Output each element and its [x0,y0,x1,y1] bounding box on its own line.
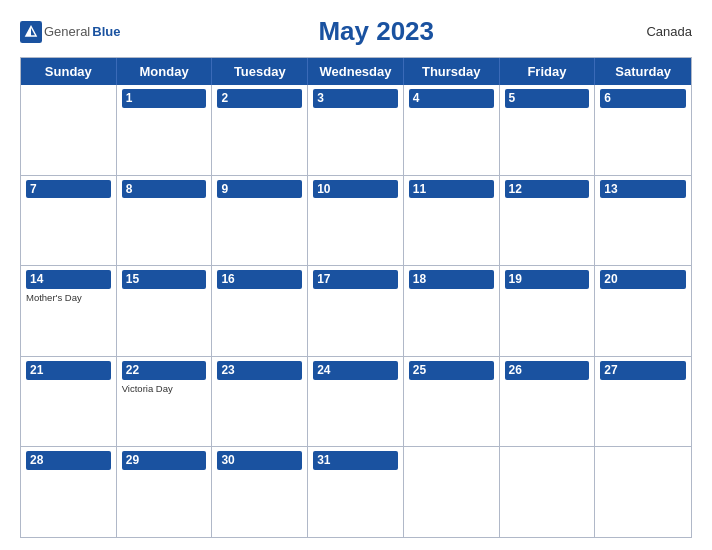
day-empty-0 [21,85,117,175]
day-31: 31 [308,447,404,537]
day-18: 18 [404,266,500,356]
day-empty-3 [595,447,691,537]
header-sunday: Sunday [21,58,117,85]
day-21: 21 [21,357,117,447]
day-10: 10 [308,176,404,266]
day-20: 20 [595,266,691,356]
day-15: 15 [117,266,213,356]
day-24: 24 [308,357,404,447]
day-16: 16 [212,266,308,356]
day-25: 25 [404,357,500,447]
header-saturday: Saturday [595,58,691,85]
calendar-body: 1 2 3 4 5 6 [21,85,691,537]
week-5: 28 29 30 31 [21,447,691,537]
logo-blue-text: Blue [92,24,120,39]
country-label: Canada [632,24,692,39]
logo-general-text: General [44,24,90,39]
day-27: 27 [595,357,691,447]
header-monday: Monday [117,58,213,85]
days-of-week-row: Sunday Monday Tuesday Wednesday Thursday… [21,58,691,85]
day-5: 5 [500,85,596,175]
day-13: 13 [595,176,691,266]
day-11: 11 [404,176,500,266]
day-23: 23 [212,357,308,447]
calendar-page: General Blue May 2023 Canada Sunday Mond… [0,0,712,550]
day-14: 14 Mother's Day [21,266,117,356]
victoria-day-event: Victoria Day [122,383,207,394]
header-wednesday: Wednesday [308,58,404,85]
day-7: 7 [21,176,117,266]
header-thursday: Thursday [404,58,500,85]
calendar-grid: Sunday Monday Tuesday Wednesday Thursday… [20,57,692,538]
day-26: 26 [500,357,596,447]
week-2: 7 8 9 10 11 12 13 [21,176,691,267]
calendar-header: General Blue May 2023 Canada [20,16,692,47]
day-1: 1 [117,85,213,175]
day-30: 30 [212,447,308,537]
mothers-day-event: Mother's Day [26,292,111,303]
day-9: 9 [212,176,308,266]
day-28: 28 [21,447,117,537]
logo: General Blue [20,21,120,43]
header-tuesday: Tuesday [212,58,308,85]
day-empty-1 [404,447,500,537]
day-19: 19 [500,266,596,356]
week-3: 14 Mother's Day 15 16 17 18 19 [21,266,691,357]
day-3: 3 [308,85,404,175]
day-29: 29 [117,447,213,537]
day-2: 2 [212,85,308,175]
week-4: 21 22 Victoria Day 23 24 25 26 [21,357,691,448]
header-friday: Friday [500,58,596,85]
week-1: 1 2 3 4 5 6 [21,85,691,176]
day-17: 17 [308,266,404,356]
day-6: 6 [595,85,691,175]
day-22: 22 Victoria Day [117,357,213,447]
calendar-title: May 2023 [120,16,632,47]
day-12: 12 [500,176,596,266]
logo-icon [20,21,42,43]
day-4: 4 [404,85,500,175]
day-8: 8 [117,176,213,266]
day-empty-2 [500,447,596,537]
